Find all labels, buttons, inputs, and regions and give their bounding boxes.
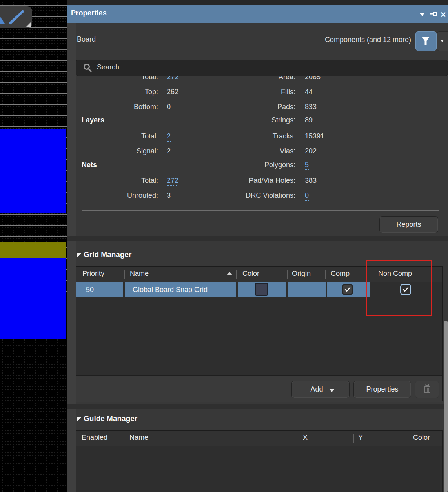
filter-dropdown-button[interactable] — [437, 31, 448, 51]
stats-row: Layers Strings: 89 — [76, 116, 448, 126]
pcb-tool-flyout-button[interactable] — [0, 6, 32, 28]
filter-scope-label: Components (and 12 more) — [325, 36, 411, 44]
stat-value: 44 — [305, 88, 313, 96]
column-header-enabled[interactable]: Enabled — [82, 434, 107, 442]
collapse-icon[interactable] — [77, 253, 82, 258]
stat-value: 0 — [167, 103, 171, 111]
section-divider — [67, 236, 448, 241]
add-button[interactable]: Add — [291, 381, 350, 398]
reports-button[interactable]: Reports — [379, 216, 438, 233]
column-header-priority[interactable]: Priority — [82, 270, 104, 278]
panel-top-strip — [67, 0, 448, 5]
grid-name-value: Global Board Snap Grid — [133, 286, 208, 293]
partial-tool-icon — [0, 16, 5, 24]
grid-manager-title[interactable]: Grid Manager — [84, 250, 131, 259]
grid-priority-value: 50 — [86, 286, 94, 293]
stats-row: Unrouted: 3 DRC Violations: 0 — [76, 191, 448, 201]
vertical-scrollbar-thumb[interactable] — [444, 321, 448, 492]
column-header-color[interactable]: Color — [413, 434, 430, 442]
sort-ascending-icon — [226, 271, 233, 276]
stats-section-heading: Nets — [82, 161, 97, 169]
grid-cell-origin[interactable] — [288, 282, 326, 297]
close-icon[interactable]: ✕ — [440, 10, 448, 18]
column-separator — [124, 270, 125, 279]
stat-label: Vias: — [197, 147, 295, 155]
altium-properties-panel-screenshot: Properties ✕ Board Components (and 12 mo… — [0, 0, 448, 492]
stats-row: Total: 272 Pad/Via Holes: 383 — [76, 177, 448, 186]
stats-row: Top: 262 Fills: 44 — [76, 88, 448, 97]
check-icon — [343, 285, 352, 294]
stat-label: Top: — [76, 88, 158, 96]
stat-label: DRC Violations: — [197, 191, 295, 200]
panel-menu-icon[interactable] — [418, 10, 426, 18]
grid-cell-comp[interactable] — [327, 282, 370, 297]
stat-link-value[interactable]: 5 — [305, 161, 309, 170]
pin-icon[interactable] — [430, 10, 438, 18]
column-header-y[interactable]: Y — [358, 434, 363, 442]
stats-section-heading: Layers — [82, 116, 104, 124]
pcb-blue-region-top — [0, 129, 66, 213]
column-header-comp[interactable]: Comp — [331, 270, 350, 278]
panel-titlebar[interactable]: Properties ✕ — [67, 5, 448, 23]
panel-title: Properties — [71, 9, 107, 17]
column-header-name[interactable]: Name — [130, 270, 149, 278]
stat-label: Tracks: — [197, 132, 295, 140]
pcb-olive-stripe — [0, 242, 66, 258]
chevron-down-icon — [440, 40, 444, 42]
column-header-origin[interactable]: Origin — [292, 270, 311, 278]
stat-value: 202 — [305, 147, 317, 155]
search-input[interactable]: Search — [76, 60, 448, 76]
grid-table-footer: Add Properties — [76, 375, 442, 402]
stats-row: Total: 2 Tracks: 15391 — [76, 132, 448, 142]
stat-link-value[interactable]: 0 — [305, 191, 309, 201]
panel-left-strip — [67, 23, 76, 492]
flyout-corner-icon — [26, 22, 31, 27]
stat-value: 89 — [305, 116, 313, 124]
stat-label: Strings: — [197, 116, 295, 124]
stat-label: Bottom: — [76, 103, 158, 111]
guide-manager-table[interactable]: Enabled Name X Y Color — [76, 430, 443, 492]
stat-value: 2 — [167, 147, 171, 155]
column-header-color[interactable]: Color — [242, 270, 259, 278]
interactive-line-tool-icon — [10, 11, 23, 23]
guide-manager-title[interactable]: Guide Manager — [84, 414, 137, 423]
stat-value: 262 — [167, 88, 178, 96]
column-header-x[interactable]: X — [303, 434, 308, 442]
column-separator — [287, 270, 288, 279]
stat-label: Total: — [76, 132, 158, 140]
filter-button[interactable] — [415, 31, 437, 51]
column-separator — [325, 270, 326, 279]
comp-checkbox[interactable] — [342, 284, 353, 295]
filter-funnel-icon — [416, 32, 435, 50]
stats-divider — [82, 210, 439, 211]
grid-cell-priority[interactable]: 50 — [76, 282, 123, 297]
grid-cell-name[interactable]: Global Board Snap Grid — [125, 282, 236, 297]
stat-label: Unrouted: — [76, 191, 158, 200]
stats-row: Signal: 2 Vias: 202 — [76, 147, 448, 157]
section-divider — [67, 404, 448, 409]
stat-link-value[interactable]: 272 — [167, 177, 178, 186]
collapse-icon[interactable] — [77, 417, 82, 422]
stats-row: Nets Polygons: 5 — [76, 161, 448, 170]
stat-label: Pads: — [197, 103, 295, 111]
stat-value: 15391 — [305, 132, 324, 140]
delete-button[interactable] — [415, 381, 439, 398]
properties-button[interactable]: Properties — [353, 381, 411, 398]
annotation-rectangle — [366, 260, 432, 316]
column-header-name[interactable]: Name — [129, 434, 148, 442]
guide-table-header[interactable]: Enabled Name X Y Color — [76, 431, 442, 446]
stat-link-value[interactable]: 2 — [167, 132, 171, 142]
add-button-label: Add — [310, 385, 323, 393]
stat-label: Signal: — [76, 147, 158, 155]
column-separator — [408, 434, 408, 443]
pcb-editor-viewport[interactable] — [0, 0, 67, 492]
grid-color-swatch[interactable] — [255, 283, 268, 296]
column-separator — [299, 434, 299, 443]
column-separator — [124, 434, 124, 443]
stat-label: Pad/Via Holes: — [197, 177, 295, 185]
grid-cell-color[interactable] — [238, 282, 286, 297]
search-icon — [83, 63, 93, 73]
pcb-blue-region-bottom — [0, 258, 66, 339]
column-separator — [353, 434, 354, 443]
stats-row: Bottom: 0 Pads: 833 — [76, 103, 448, 112]
